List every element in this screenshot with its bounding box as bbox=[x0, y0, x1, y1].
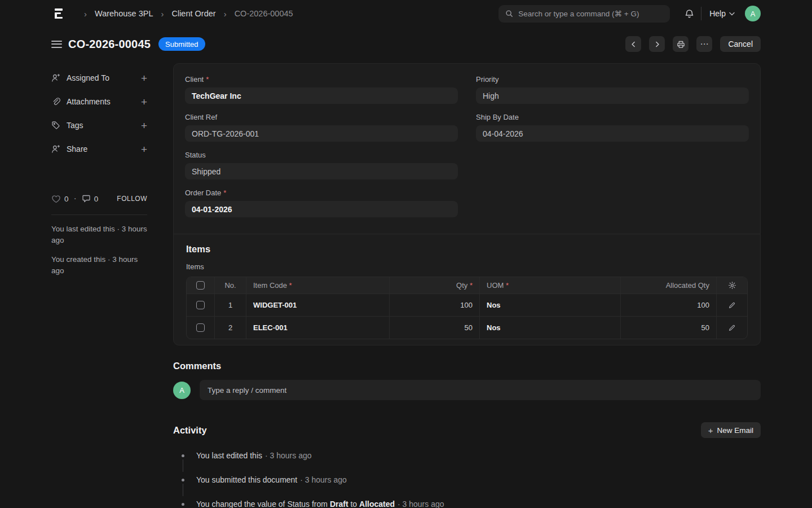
breadcrumb-docname: CO-2026-00045 bbox=[235, 9, 293, 18]
edit-row-pencil-icon[interactable] bbox=[728, 301, 736, 309]
last-edited-note: You last edited this · 3 hours ago bbox=[51, 224, 147, 246]
comment-input[interactable] bbox=[208, 386, 753, 395]
select-all-checkbox[interactable] bbox=[196, 281, 205, 290]
sidebar-item-label: Tags bbox=[67, 121, 83, 130]
required-marker: * bbox=[470, 281, 473, 290]
likes-count[interactable]: 0 bbox=[64, 195, 69, 203]
add-tag-button[interactable]: + bbox=[141, 120, 147, 131]
timeline-entry-text: You changed the value of Status from bbox=[196, 500, 330, 508]
sidebar-item-attachments[interactable]: Attachments + bbox=[51, 90, 147, 113]
row-number-cell: 2 bbox=[215, 317, 246, 339]
row-number-cell: 1 bbox=[215, 294, 246, 316]
allocated-qty-cell[interactable]: 100 bbox=[621, 294, 717, 316]
document-sidebar: Assigned To + Attachments + Tags + Share… bbox=[51, 63, 147, 284]
order-date-field: Order Date* 04-01-2026 bbox=[185, 189, 458, 217]
activity-header: Activity + New Email bbox=[173, 422, 761, 438]
sidebar-item-label: Assigned To bbox=[67, 73, 109, 82]
required-marker: * bbox=[206, 75, 209, 84]
next-document-button[interactable] bbox=[649, 36, 665, 52]
search-bar[interactable] bbox=[498, 5, 670, 23]
chevron-right-icon: › bbox=[84, 9, 87, 19]
table-row[interactable]: 2 ELEC-001 50 Nos 50 bbox=[187, 316, 747, 339]
new-email-button[interactable]: + New Email bbox=[701, 422, 761, 438]
items-section: Items Items No. Item Code * Qty * UOM * … bbox=[174, 234, 760, 345]
sidebar-toggle-icon[interactable] bbox=[51, 41, 62, 48]
add-share-button[interactable]: + bbox=[141, 144, 147, 155]
client-label: Client bbox=[185, 75, 204, 84]
item-code-cell[interactable]: ELEC-001 bbox=[246, 317, 390, 339]
help-menu[interactable]: Help bbox=[709, 9, 735, 18]
timeline-entry-time: · 3 hours ago bbox=[398, 500, 444, 508]
status-input[interactable]: Shipped bbox=[185, 163, 458, 179]
title-actions: ⋯ Cancel bbox=[625, 36, 761, 52]
prev-document-button[interactable] bbox=[625, 36, 641, 52]
timeline-entry: You last edited this· 3 hours ago bbox=[182, 450, 761, 474]
print-button[interactable] bbox=[673, 36, 689, 52]
sidebar-item-label: Share bbox=[67, 144, 87, 154]
created-note: You created this · 3 hours ago bbox=[51, 254, 147, 277]
chevron-right-icon bbox=[654, 41, 661, 48]
printer-icon bbox=[677, 40, 685, 49]
chevron-right-icon: › bbox=[224, 9, 227, 19]
sidebar-item-label: Attachments bbox=[67, 97, 111, 106]
paperclip-icon bbox=[51, 97, 60, 106]
sidebar-item-tags[interactable]: Tags + bbox=[51, 113, 147, 137]
app-logo-icon[interactable] bbox=[55, 8, 64, 19]
notifications-bell-icon[interactable] bbox=[685, 9, 694, 19]
more-actions-button[interactable]: ⋯ bbox=[696, 36, 712, 52]
timeline-entry: You submitted this document· 3 hours ago bbox=[182, 474, 761, 498]
page-title: CO-2026-00045 bbox=[68, 38, 151, 51]
heart-icon[interactable] bbox=[51, 194, 61, 203]
help-label: Help bbox=[709, 9, 726, 18]
required-marker: * bbox=[223, 189, 226, 197]
add-assignment-button[interactable]: + bbox=[141, 73, 147, 84]
table-row[interactable]: 1 WIDGET-001 100 Nos 100 bbox=[187, 294, 747, 316]
sidebar-item-share[interactable]: Share + bbox=[51, 137, 147, 161]
activity-heading: Activity bbox=[173, 425, 207, 436]
order-date-input[interactable]: 04-01-2026 bbox=[185, 201, 458, 217]
row-checkbox[interactable] bbox=[196, 301, 205, 309]
add-attachment-button[interactable]: + bbox=[141, 97, 147, 107]
chevron-down-icon bbox=[729, 12, 735, 16]
uom-cell[interactable]: Nos bbox=[480, 294, 621, 316]
social-row: 0 · 0 FOLLOW bbox=[51, 192, 147, 205]
search-input[interactable] bbox=[518, 10, 663, 18]
allocated-qty-cell[interactable]: 50 bbox=[621, 317, 717, 339]
timeline-entry-new-value: Allocated bbox=[359, 500, 395, 508]
uom-column-header: UOM * bbox=[480, 277, 621, 294]
breadcrumb-doctype[interactable]: Client Order bbox=[171, 9, 215, 18]
new-email-label: New Email bbox=[717, 426, 753, 435]
comment-bubble-icon[interactable] bbox=[82, 194, 91, 203]
details-section: Client* TechGear Inc Client Ref ORD-TG-2… bbox=[174, 64, 760, 234]
no-column-header: No. bbox=[215, 277, 246, 294]
grid-settings-gear-icon[interactable] bbox=[728, 281, 736, 290]
comments-count[interactable]: 0 bbox=[94, 195, 99, 203]
cancel-button[interactable]: Cancel bbox=[720, 36, 761, 52]
activity-section: Activity + New Email You last edited thi… bbox=[173, 422, 761, 508]
client-field: Client* TechGear Inc bbox=[185, 75, 458, 104]
item-code-cell[interactable]: WIDGET-001 bbox=[246, 294, 390, 316]
edit-row-pencil-icon[interactable] bbox=[728, 324, 736, 332]
sidebar-divider bbox=[51, 214, 147, 215]
client-input[interactable]: TechGear Inc bbox=[185, 87, 458, 104]
navbar-divider bbox=[701, 7, 701, 20]
priority-input[interactable]: High bbox=[476, 87, 749, 104]
user-avatar[interactable]: A bbox=[745, 6, 761, 21]
items-section-heading: Items bbox=[186, 244, 748, 255]
qty-cell[interactable]: 100 bbox=[390, 294, 480, 316]
item-code-column-header: Item Code * bbox=[246, 277, 390, 294]
priority-field: Priority High bbox=[476, 75, 749, 104]
breadcrumb-app[interactable]: Warehouse 3PL bbox=[95, 9, 153, 18]
sidebar-item-assigned-to[interactable]: Assigned To + bbox=[51, 66, 147, 90]
row-checkbox[interactable] bbox=[196, 323, 205, 332]
timeline-entry: You changed the value of Status from Dra… bbox=[182, 498, 761, 508]
ship-by-date-input[interactable]: 04-04-2026 bbox=[476, 125, 749, 142]
client-ref-input[interactable]: ORD-TG-2026-001 bbox=[185, 125, 458, 142]
comment-input-box[interactable] bbox=[200, 380, 761, 400]
comment-avatar: A bbox=[173, 382, 191, 399]
status-badge: Submitted bbox=[158, 37, 205, 51]
uom-cell[interactable]: Nos bbox=[480, 317, 621, 339]
follow-button[interactable]: FOLLOW bbox=[117, 195, 147, 203]
qty-cell[interactable]: 50 bbox=[390, 317, 480, 339]
timeline-entry-time: · 3 hours ago bbox=[265, 451, 312, 460]
